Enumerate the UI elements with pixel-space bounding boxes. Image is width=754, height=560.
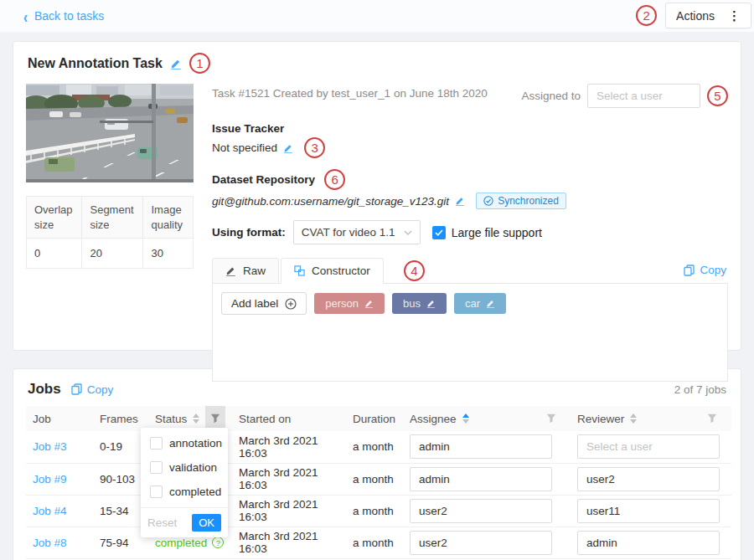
jobs-heading: Jobs <box>28 381 61 398</box>
edit-task-name-icon[interactable] <box>170 58 182 69</box>
job-link[interactable]: Job #4 <box>33 505 67 517</box>
label-chip-bus[interactable]: bus <box>392 293 447 314</box>
jobs-card: Jobs Copy 2 of 7 jobs Job Frames Status <box>13 368 741 560</box>
annotation-badge-6: 6 <box>324 169 345 190</box>
labels-copy-button[interactable]: Copy <box>684 264 726 276</box>
job-duration: a month <box>346 463 403 495</box>
large-file-support-label: Large file support <box>452 226 542 239</box>
label-chip-person-text: person <box>325 297 359 310</box>
annotation-badge-1: 1 <box>189 53 210 74</box>
label-chip-bus-text: bus <box>403 297 421 310</box>
annotation-badge-2: 2 <box>636 5 657 26</box>
tab-constructor-label: Constructor <box>312 265 370 277</box>
filter-reset-button[interactable]: Reset <box>147 516 177 529</box>
job-assignee-input[interactable] <box>410 531 552 555</box>
param-value-overlap: 0 <box>27 239 82 269</box>
export-format-select[interactable]: CVAT for video 1.1 <box>293 220 421 244</box>
job-link[interactable]: Job #9 <box>33 473 67 486</box>
back-to-tasks-label: Back to tasks <box>34 9 104 23</box>
dataset-repository-label: Dataset Repository <box>212 173 315 186</box>
assigned-to-label: Assigned to <box>521 90 581 102</box>
status-filter-dropdown: annotation validation completed Reset OK <box>141 428 228 537</box>
export-format-value: CVAT for video 1.1 <box>302 226 395 239</box>
plus-circle-icon <box>285 298 297 310</box>
edit-issue-tracker-icon[interactable] <box>283 143 293 153</box>
actions-button[interactable]: Actions ⋮ <box>665 3 751 28</box>
actions-label: Actions <box>676 9 715 23</box>
col-header-started: Started on <box>232 406 346 431</box>
chevron-down-icon <box>404 230 412 235</box>
labels-copy-label: Copy <box>700 264 726 276</box>
reviewer-filter-icon[interactable] <box>700 406 725 431</box>
issue-tracker-value: Not specified <box>212 141 277 154</box>
job-reviewer-input[interactable] <box>577 467 720 491</box>
jobs-copy-label: Copy <box>87 383 114 396</box>
job-started: March 3rd 2021 16:03 <box>232 495 346 527</box>
annotation-badge-3: 3 <box>304 137 325 158</box>
edit-label-bus-icon <box>426 299 436 308</box>
job-duration: a month <box>346 431 403 463</box>
job-row: Job #4 15-34 March 3rd 2021 16:03 a mont… <box>26 495 731 527</box>
job-reviewer-input[interactable] <box>577 531 720 555</box>
dataset-repository-url[interactable]: git@github.com:username/git_storage_v123… <box>212 195 449 208</box>
edit-label-car-icon <box>486 299 495 308</box>
tab-constructor[interactable]: Constructor <box>281 258 384 284</box>
assignee-sorter-icon[interactable] <box>462 414 469 424</box>
copy-icon <box>71 383 82 395</box>
job-assignee-input[interactable] <box>410 467 552 491</box>
task-params-table: Overlap size Segment size Image quality … <box>26 196 194 269</box>
raw-edit-icon <box>225 265 236 276</box>
filter-option-annotation[interactable]: annotation <box>141 431 228 455</box>
large-file-support-checkbox[interactable]: Large file support <box>432 226 542 239</box>
col-header-reviewer: Reviewer <box>571 406 731 431</box>
job-reviewer-input[interactable] <box>577 499 720 523</box>
edit-repository-icon[interactable] <box>455 196 465 206</box>
label-chip-person[interactable]: person <box>314 293 385 314</box>
label-chip-car[interactable]: car <box>454 293 506 314</box>
filter-option-annotation-label: annotation <box>169 437 222 450</box>
job-started: March 3rd 2021 16:03 <box>232 431 346 463</box>
copy-icon <box>684 265 695 276</box>
param-header-segment: Segment size <box>82 197 143 239</box>
job-assignee-input[interactable] <box>410 499 552 523</box>
col-header-job: Job <box>26 406 93 431</box>
job-link[interactable]: Job #3 <box>33 440 67 453</box>
more-vertical-icon: ⋮ <box>728 9 741 22</box>
checkbox-checked-icon <box>432 226 446 239</box>
job-duration: a month <box>346 495 403 527</box>
task-assignee-input[interactable] <box>587 84 700 108</box>
tab-raw[interactable]: Raw <box>212 258 279 284</box>
question-circle-icon[interactable]: ? <box>212 537 224 548</box>
param-header-overlap: Overlap size <box>27 197 82 239</box>
edit-label-person-icon <box>364 299 374 308</box>
back-to-tasks-link[interactable]: ‹ Back to tasks <box>23 9 104 23</box>
task-detail-card: New Annotation Task 1 <box>13 41 741 351</box>
filter-option-completed[interactable]: completed <box>141 480 228 504</box>
filter-option-completed-label: completed <box>169 486 221 498</box>
job-row: Job #9 90-103 March 3rd 2021 16:03 a mon… <box>26 463 731 495</box>
task-title: New Annotation Task <box>28 56 163 71</box>
sync-status-badge[interactable]: Synchronized <box>476 193 566 209</box>
param-header-quality: Image quality <box>143 197 194 239</box>
check-circle-icon <box>483 196 493 206</box>
filter-option-validation[interactable]: validation <box>141 455 228 480</box>
constructor-block-icon <box>294 265 305 276</box>
job-reviewer-input[interactable] <box>577 434 720 459</box>
checkbox-unchecked-icon <box>150 437 163 450</box>
jobs-count-text: 2 of 7 jobs <box>674 383 726 396</box>
status-sorter-icon[interactable] <box>193 414 199 424</box>
using-format-label: Using format: <box>212 226 286 239</box>
job-started: March 3rd 2021 16:03 <box>232 527 346 558</box>
add-label-button[interactable]: Add label <box>221 292 307 315</box>
jobs-copy-button[interactable]: Copy <box>71 383 114 396</box>
col-header-frames: Frames <box>93 406 148 431</box>
filter-ok-button[interactable]: OK <box>192 514 221 532</box>
job-link[interactable]: Job #8 <box>33 537 67 549</box>
reviewer-sorter-icon[interactable] <box>630 414 637 424</box>
assignee-filter-icon[interactable] <box>539 406 564 431</box>
job-assignee-input[interactable] <box>410 434 552 459</box>
col-header-assignee: Assignee <box>403 406 571 431</box>
job-duration: a month <box>346 527 403 558</box>
task-preview-image <box>26 84 194 182</box>
checkbox-unchecked-icon <box>150 486 163 498</box>
